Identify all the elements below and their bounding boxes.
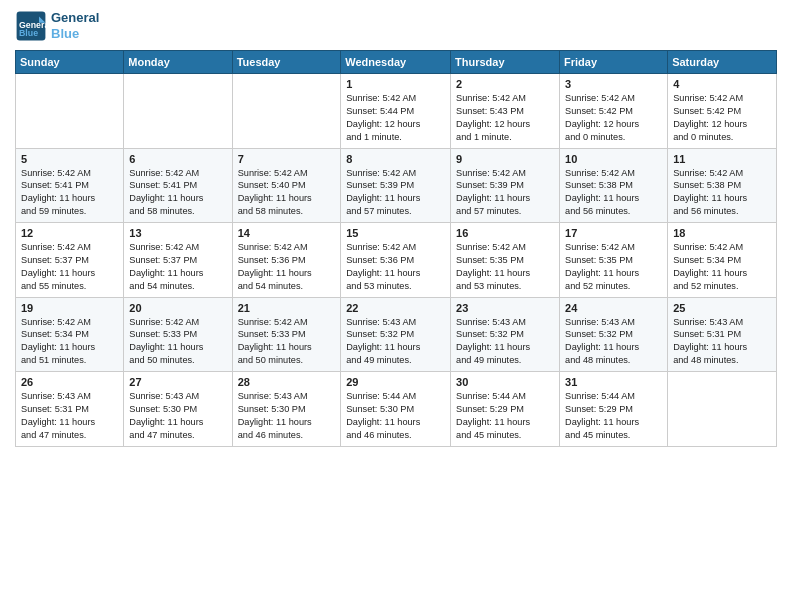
day-info: Sunrise: 5:44 AMSunset: 5:29 PMDaylight:… xyxy=(565,390,662,442)
weekday-header-friday: Friday xyxy=(560,51,668,74)
calendar-cell: 1Sunrise: 5:42 AMSunset: 5:44 PMDaylight… xyxy=(341,74,451,149)
calendar-cell: 29Sunrise: 5:44 AMSunset: 5:30 PMDayligh… xyxy=(341,372,451,447)
day-info: Sunrise: 5:42 AMSunset: 5:44 PMDaylight:… xyxy=(346,92,445,144)
weekday-header-tuesday: Tuesday xyxy=(232,51,341,74)
day-info: Sunrise: 5:42 AMSunset: 5:37 PMDaylight:… xyxy=(21,241,118,293)
weekday-header-monday: Monday xyxy=(124,51,232,74)
day-info: Sunrise: 5:43 AMSunset: 5:32 PMDaylight:… xyxy=(346,316,445,368)
day-number: 30 xyxy=(456,376,554,388)
day-number: 8 xyxy=(346,153,445,165)
day-number: 2 xyxy=(456,78,554,90)
day-info: Sunrise: 5:44 AMSunset: 5:30 PMDaylight:… xyxy=(346,390,445,442)
calendar-week-1: 1Sunrise: 5:42 AMSunset: 5:44 PMDaylight… xyxy=(16,74,777,149)
day-info: Sunrise: 5:43 AMSunset: 5:32 PMDaylight:… xyxy=(456,316,554,368)
day-info: Sunrise: 5:42 AMSunset: 5:33 PMDaylight:… xyxy=(238,316,336,368)
day-number: 25 xyxy=(673,302,771,314)
calendar-cell: 28Sunrise: 5:43 AMSunset: 5:30 PMDayligh… xyxy=(232,372,341,447)
day-info: Sunrise: 5:42 AMSunset: 5:37 PMDaylight:… xyxy=(129,241,226,293)
calendar-cell: 14Sunrise: 5:42 AMSunset: 5:36 PMDayligh… xyxy=(232,223,341,298)
calendar-cell: 9Sunrise: 5:42 AMSunset: 5:39 PMDaylight… xyxy=(451,148,560,223)
calendar-cell: 22Sunrise: 5:43 AMSunset: 5:32 PMDayligh… xyxy=(341,297,451,372)
day-number: 22 xyxy=(346,302,445,314)
header: General Blue General Blue xyxy=(15,10,777,42)
day-number: 1 xyxy=(346,78,445,90)
day-info: Sunrise: 5:43 AMSunset: 5:30 PMDaylight:… xyxy=(129,390,226,442)
day-info: Sunrise: 5:42 AMSunset: 5:34 PMDaylight:… xyxy=(21,316,118,368)
day-info: Sunrise: 5:42 AMSunset: 5:43 PMDaylight:… xyxy=(456,92,554,144)
calendar-cell: 26Sunrise: 5:43 AMSunset: 5:31 PMDayligh… xyxy=(16,372,124,447)
calendar-cell: 8Sunrise: 5:42 AMSunset: 5:39 PMDaylight… xyxy=(341,148,451,223)
day-info: Sunrise: 5:42 AMSunset: 5:38 PMDaylight:… xyxy=(565,167,662,219)
day-info: Sunrise: 5:42 AMSunset: 5:42 PMDaylight:… xyxy=(673,92,771,144)
calendar-cell: 3Sunrise: 5:42 AMSunset: 5:42 PMDaylight… xyxy=(560,74,668,149)
calendar-cell: 2Sunrise: 5:42 AMSunset: 5:43 PMDaylight… xyxy=(451,74,560,149)
day-number: 10 xyxy=(565,153,662,165)
calendar-cell: 23Sunrise: 5:43 AMSunset: 5:32 PMDayligh… xyxy=(451,297,560,372)
svg-text:Blue: Blue xyxy=(19,28,38,38)
day-number: 17 xyxy=(565,227,662,239)
calendar-cell: 10Sunrise: 5:42 AMSunset: 5:38 PMDayligh… xyxy=(560,148,668,223)
calendar-cell xyxy=(232,74,341,149)
day-number: 28 xyxy=(238,376,336,388)
calendar-cell: 25Sunrise: 5:43 AMSunset: 5:31 PMDayligh… xyxy=(668,297,777,372)
day-number: 27 xyxy=(129,376,226,388)
day-info: Sunrise: 5:42 AMSunset: 5:36 PMDaylight:… xyxy=(238,241,336,293)
page: General Blue General Blue SundayMondayTu… xyxy=(0,0,792,612)
calendar-cell: 7Sunrise: 5:42 AMSunset: 5:40 PMDaylight… xyxy=(232,148,341,223)
calendar-cell: 21Sunrise: 5:42 AMSunset: 5:33 PMDayligh… xyxy=(232,297,341,372)
calendar-cell: 11Sunrise: 5:42 AMSunset: 5:38 PMDayligh… xyxy=(668,148,777,223)
calendar-cell: 19Sunrise: 5:42 AMSunset: 5:34 PMDayligh… xyxy=(16,297,124,372)
calendar-cell: 6Sunrise: 5:42 AMSunset: 5:41 PMDaylight… xyxy=(124,148,232,223)
day-number: 31 xyxy=(565,376,662,388)
calendar-cell: 12Sunrise: 5:42 AMSunset: 5:37 PMDayligh… xyxy=(16,223,124,298)
day-number: 4 xyxy=(673,78,771,90)
day-number: 19 xyxy=(21,302,118,314)
day-number: 6 xyxy=(129,153,226,165)
day-number: 21 xyxy=(238,302,336,314)
day-info: Sunrise: 5:43 AMSunset: 5:31 PMDaylight:… xyxy=(673,316,771,368)
day-info: Sunrise: 5:43 AMSunset: 5:32 PMDaylight:… xyxy=(565,316,662,368)
calendar-table: SundayMondayTuesdayWednesdayThursdayFrid… xyxy=(15,50,777,447)
calendar-cell xyxy=(668,372,777,447)
calendar-cell: 30Sunrise: 5:44 AMSunset: 5:29 PMDayligh… xyxy=(451,372,560,447)
logo-text-line2: Blue xyxy=(51,26,99,42)
logo-icon: General Blue xyxy=(15,10,47,42)
calendar-cell: 18Sunrise: 5:42 AMSunset: 5:34 PMDayligh… xyxy=(668,223,777,298)
calendar-cell: 17Sunrise: 5:42 AMSunset: 5:35 PMDayligh… xyxy=(560,223,668,298)
day-number: 16 xyxy=(456,227,554,239)
calendar-week-2: 5Sunrise: 5:42 AMSunset: 5:41 PMDaylight… xyxy=(16,148,777,223)
weekday-header-sunday: Sunday xyxy=(16,51,124,74)
day-info: Sunrise: 5:42 AMSunset: 5:40 PMDaylight:… xyxy=(238,167,336,219)
day-number: 7 xyxy=(238,153,336,165)
day-info: Sunrise: 5:42 AMSunset: 5:41 PMDaylight:… xyxy=(129,167,226,219)
day-number: 24 xyxy=(565,302,662,314)
day-number: 26 xyxy=(21,376,118,388)
calendar-cell: 20Sunrise: 5:42 AMSunset: 5:33 PMDayligh… xyxy=(124,297,232,372)
day-info: Sunrise: 5:42 AMSunset: 5:34 PMDaylight:… xyxy=(673,241,771,293)
calendar-week-3: 12Sunrise: 5:42 AMSunset: 5:37 PMDayligh… xyxy=(16,223,777,298)
calendar-header-row: SundayMondayTuesdayWednesdayThursdayFrid… xyxy=(16,51,777,74)
day-number: 12 xyxy=(21,227,118,239)
day-number: 23 xyxy=(456,302,554,314)
day-info: Sunrise: 5:43 AMSunset: 5:30 PMDaylight:… xyxy=(238,390,336,442)
calendar-cell xyxy=(16,74,124,149)
day-info: Sunrise: 5:42 AMSunset: 5:33 PMDaylight:… xyxy=(129,316,226,368)
day-info: Sunrise: 5:42 AMSunset: 5:39 PMDaylight:… xyxy=(456,167,554,219)
logo: General Blue General Blue xyxy=(15,10,99,42)
day-info: Sunrise: 5:42 AMSunset: 5:35 PMDaylight:… xyxy=(565,241,662,293)
day-info: Sunrise: 5:42 AMSunset: 5:41 PMDaylight:… xyxy=(21,167,118,219)
day-number: 14 xyxy=(238,227,336,239)
day-number: 18 xyxy=(673,227,771,239)
calendar-cell: 27Sunrise: 5:43 AMSunset: 5:30 PMDayligh… xyxy=(124,372,232,447)
day-info: Sunrise: 5:42 AMSunset: 5:36 PMDaylight:… xyxy=(346,241,445,293)
day-number: 5 xyxy=(21,153,118,165)
weekday-header-wednesday: Wednesday xyxy=(341,51,451,74)
calendar-cell: 16Sunrise: 5:42 AMSunset: 5:35 PMDayligh… xyxy=(451,223,560,298)
day-info: Sunrise: 5:42 AMSunset: 5:42 PMDaylight:… xyxy=(565,92,662,144)
day-number: 11 xyxy=(673,153,771,165)
day-info: Sunrise: 5:44 AMSunset: 5:29 PMDaylight:… xyxy=(456,390,554,442)
calendar-cell: 4Sunrise: 5:42 AMSunset: 5:42 PMDaylight… xyxy=(668,74,777,149)
day-number: 29 xyxy=(346,376,445,388)
day-info: Sunrise: 5:42 AMSunset: 5:38 PMDaylight:… xyxy=(673,167,771,219)
calendar-cell xyxy=(124,74,232,149)
